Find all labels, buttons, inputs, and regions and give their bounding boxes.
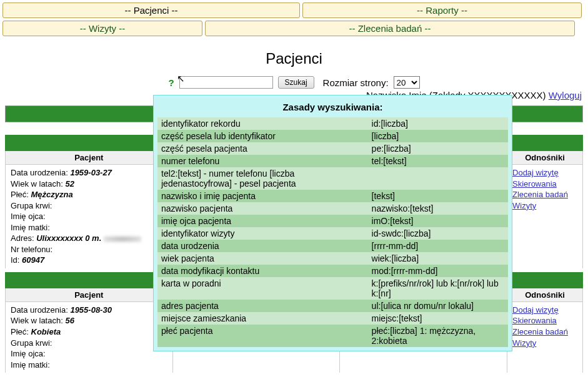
link-referrals[interactable]: Skierowania (512, 315, 577, 326)
page-size-select[interactable]: 20 (394, 76, 420, 89)
rules-row: numer telefonutel:[tekst] (157, 155, 508, 167)
rules-cell-right: mod:[rrrr-mm-dd] (368, 265, 508, 277)
rules-cell-left: data urodzenia (157, 240, 368, 252)
rules-cell-right: id:[liczba] (368, 117, 508, 130)
rules-cell-right: wiek:[liczba] (368, 252, 508, 265)
rules-title: Zasady wyszukiwania: (157, 99, 508, 117)
link-orders[interactable]: Zlecenia badań (512, 326, 577, 338)
rules-cell-left: tel2:[tekst] - numer telefonu [liczba je… (157, 167, 368, 190)
nav-label: -- Zlecenia badań -- (349, 23, 431, 34)
value-dob: 1959-03-27 (70, 168, 112, 177)
col-header-patient: Pacjent (6, 288, 172, 302)
label-age: Wiek w latach: (11, 316, 63, 325)
link-referrals[interactable]: Skierowania (512, 179, 577, 190)
link-visits[interactable]: Wizyty (512, 338, 577, 349)
redacted-icon (104, 236, 141, 242)
rules-row: miejsce zamieszkaniamiejsc:[tekst] (157, 312, 508, 325)
search-rules-popup: Zasady wyszukiwania: identyfikator rekor… (153, 95, 512, 351)
col-header-links: Odnośniki (507, 151, 582, 165)
rules-cell-right: [liczba] (368, 130, 508, 142)
value-sex: Mężczyzna (31, 190, 73, 199)
rules-row: adres pacjentaul:[ulica nr domu/nr lokal… (157, 300, 508, 312)
value-address: Ulixxxxxxxx 0 m. (36, 233, 101, 243)
label-age: Wiek w latach: (11, 179, 63, 188)
label-phone: Nr telefonu: (11, 245, 52, 254)
rules-cell-right: nazwisko:[tekst] (368, 202, 508, 215)
value-dob: 1955-08-30 (70, 305, 112, 315)
rules-cell-right (368, 167, 508, 190)
label-dob: Data urodzenia: (11, 168, 68, 177)
label-sex: Płeć: (11, 327, 29, 336)
rules-row: część pesela pacjentape:[liczba] (157, 142, 508, 155)
rules-row: identyfikator rekorduid:[liczba] (157, 117, 508, 130)
rules-cell-left: numer telefonu (157, 155, 368, 167)
label-father: Imię ojca: (11, 212, 46, 221)
label-address: Adres: (11, 233, 34, 243)
rules-cell-left: imię ojca pacjenta (157, 215, 368, 227)
value-sex: Kobieta (31, 327, 61, 336)
rules-cell-right: pe:[liczba] (368, 142, 508, 155)
rules-cell-right: płeć:[liczba] 1: mężczyzna, 2:kobieta (368, 325, 508, 347)
rules-cell-right: [rrrr-mm-dd] (368, 240, 508, 252)
rules-cell-left: nazwisko pacjenta (157, 202, 368, 215)
label-blood: Grupa krwi: (11, 201, 52, 210)
rules-cell-left: identyfikator rekordu (157, 117, 368, 130)
rules-cell-right: ul:[ulica nr domu/nr lokalu] (368, 300, 508, 312)
rules-cell-left: nazwisko i imię pacjenta (157, 190, 368, 202)
nav-zlecenia[interactable]: -- Zlecenia badań -- (205, 21, 575, 36)
nav-label: -- Wizyty -- (80, 23, 125, 34)
label-id: Id: (11, 255, 19, 265)
link-visits[interactable]: Wizyty (512, 200, 577, 212)
rules-row: płeć pacjentapłeć:[liczba] 1: mężczyzna,… (157, 325, 508, 347)
page-size-label: Rozmiar strony: (323, 77, 389, 88)
nav-wizyty[interactable]: -- Wizyty -- (2, 21, 202, 36)
label-mother: Imię matki: (11, 223, 50, 232)
nav-label: -- Raporty -- (417, 5, 467, 16)
label-sex: Płeć: (11, 190, 29, 199)
nav-raporty[interactable]: -- Raporty -- (302, 2, 582, 18)
label-father: Imię ojca: (11, 349, 46, 358)
col-header-links: Odnośniki (507, 288, 582, 302)
rules-cell-left: część pesela lub identyfikator (157, 130, 368, 142)
value-age: 52 (65, 179, 74, 188)
rules-cell-right: miejsc:[tekst] (368, 312, 508, 325)
rules-row: karta w poradnik:[prefiks/nr/rok] lub k:… (157, 277, 508, 300)
label-blood: Grupa krwi: (11, 338, 52, 348)
label-dob: Data urodzenia: (11, 305, 68, 315)
nav-pacjenci[interactable]: -- Pacjenci -- (2, 2, 300, 18)
rules-cell-left: adres pacjenta (157, 300, 368, 312)
rules-row: data modyfikacji kontaktumod:[rrrr-mm-dd… (157, 265, 508, 277)
link-add-visit[interactable]: Dodaj wizytę (512, 305, 577, 316)
rules-cell-right: id-swdc:[liczba] (368, 227, 508, 240)
help-icon[interactable]: ? (168, 77, 174, 88)
rules-cell-right: tel:[tekst] (368, 155, 508, 167)
value-id: 60947 (22, 255, 44, 265)
rules-cell-left: miejsce zamieszkania (157, 312, 368, 325)
rules-cell-left: część pesela pacjenta (157, 142, 368, 155)
label-mother: Imię matki: (11, 360, 50, 370)
search-input[interactable] (179, 76, 273, 89)
search-button[interactable]: Szukaj (278, 76, 314, 89)
rules-cell-left: identyfikator wizyty (157, 227, 368, 240)
rules-cell-left: płeć pacjenta (157, 325, 368, 347)
rules-cell-left: wiek pacjenta (157, 252, 368, 265)
logout-link[interactable]: Wyloguj (549, 90, 582, 100)
rules-row: nazwisko pacjentanazwisko:[tekst] (157, 202, 508, 215)
link-orders[interactable]: Zlecenia badań (512, 189, 577, 200)
rules-row: część pesela lub identyfikator[liczba] (157, 130, 508, 142)
rules-cell-right: k:[prefiks/nr/rok] lub k:[nr/rok] lub k:… (368, 277, 508, 300)
rules-row: wiek pacjentawiek:[liczba] (157, 252, 508, 265)
rules-cell-right: [tekst] (368, 190, 508, 202)
rules-row: tel2:[tekst] - numer telefonu [liczba je… (157, 167, 508, 190)
value-age: 56 (65, 316, 74, 325)
rules-cell-right: imO:[tekst] (368, 215, 508, 227)
rules-cell-left: karta w poradni (157, 277, 368, 300)
rules-row: nazwisko i imię pacjenta[tekst] (157, 190, 508, 202)
rules-table: identyfikator rekorduid:[liczba]część pe… (157, 117, 508, 347)
col-header-patient: Pacjent (6, 151, 172, 165)
page-title: Pacjenci (0, 50, 588, 67)
rules-cell-left: data modyfikacji kontaktu (157, 265, 368, 277)
nav-label: -- Pacjenci -- (124, 5, 177, 16)
rules-row: identyfikator wizytyid-swdc:[liczba] (157, 227, 508, 240)
link-add-visit[interactable]: Dodaj wizytę (512, 167, 577, 179)
